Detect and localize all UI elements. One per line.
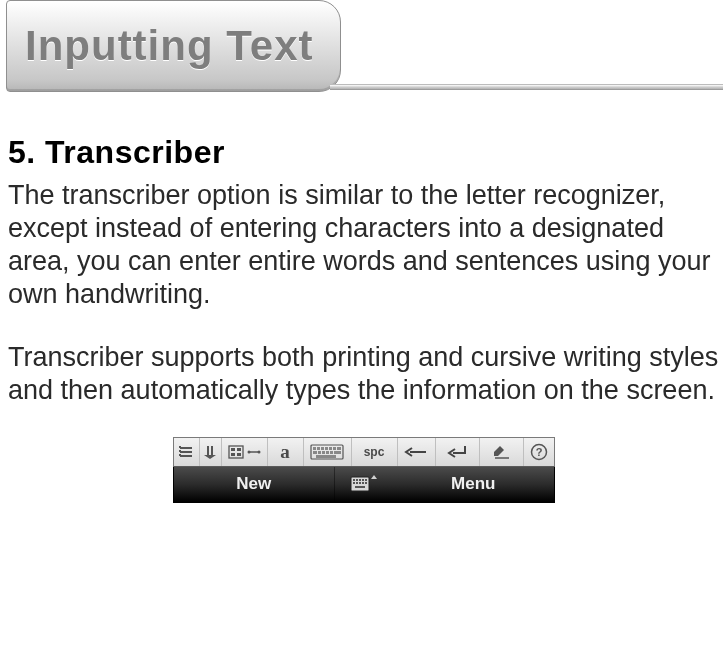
svg-rect-6 xyxy=(207,446,209,455)
transcriber-toolbar-figure: a xyxy=(173,437,555,503)
recognition-mode-label: a xyxy=(280,441,290,463)
writing-direction-icon xyxy=(204,445,216,459)
svg-point-15 xyxy=(258,450,261,453)
svg-rect-10 xyxy=(237,448,241,451)
svg-rect-24 xyxy=(313,451,317,454)
svg-rect-27 xyxy=(326,451,329,454)
svg-rect-28 xyxy=(330,451,333,454)
svg-rect-41 xyxy=(353,482,355,484)
letter-shapes-button[interactable] xyxy=(222,438,268,466)
softkey-menu-label: Menu xyxy=(451,474,495,494)
softkey-new-label: New xyxy=(236,474,271,494)
softkey-menu[interactable]: Menu xyxy=(393,467,554,502)
help-icon: ? xyxy=(530,443,548,461)
svg-rect-18 xyxy=(317,447,320,450)
svg-rect-17 xyxy=(313,447,316,450)
svg-text:?: ? xyxy=(535,446,542,458)
svg-rect-40 xyxy=(365,479,367,481)
letter-shapes-icon xyxy=(227,444,261,460)
document-page: { "header": { "chapter_title": "Inputtin… xyxy=(0,0,725,651)
options-button[interactable] xyxy=(174,438,200,466)
svg-point-14 xyxy=(248,450,251,453)
softkey-bar: New xyxy=(173,467,555,503)
writing-direction-button[interactable] xyxy=(200,438,222,466)
svg-rect-25 xyxy=(318,451,321,454)
svg-rect-9 xyxy=(231,448,235,451)
chapter-title: Inputting Text xyxy=(25,25,314,67)
correction-icon xyxy=(492,445,510,459)
svg-rect-19 xyxy=(321,447,324,450)
chapter-tab: Inputting Text xyxy=(0,0,725,96)
help-button[interactable]: ? xyxy=(524,438,554,466)
keyboard-icon xyxy=(310,444,344,460)
backspace-button[interactable] xyxy=(398,438,436,466)
correction-button[interactable] xyxy=(480,438,524,466)
section-body: 5. Transcriber The transcriber option is… xyxy=(0,96,725,503)
chapter-tab-box: Inputting Text xyxy=(6,0,341,92)
svg-rect-23 xyxy=(337,447,341,450)
svg-rect-3 xyxy=(179,446,181,448)
svg-rect-36 xyxy=(353,479,355,481)
svg-rect-21 xyxy=(329,447,332,450)
svg-rect-22 xyxy=(333,447,336,450)
svg-rect-30 xyxy=(316,455,336,458)
svg-rect-45 xyxy=(365,482,367,484)
sip-toggle[interactable] xyxy=(335,467,393,502)
svg-rect-29 xyxy=(334,451,341,454)
svg-rect-39 xyxy=(362,479,364,481)
svg-rect-7 xyxy=(211,446,213,455)
enter-icon xyxy=(445,444,469,460)
svg-rect-44 xyxy=(362,482,364,484)
options-icon xyxy=(179,445,193,459)
softkey-new[interactable]: New xyxy=(174,467,336,502)
enter-button[interactable] xyxy=(436,438,480,466)
svg-rect-2 xyxy=(180,455,192,457)
space-button[interactable]: spc xyxy=(352,438,398,466)
svg-rect-11 xyxy=(231,453,235,456)
svg-rect-38 xyxy=(359,479,361,481)
svg-rect-26 xyxy=(322,451,325,454)
backspace-icon xyxy=(404,446,428,458)
section-heading: 5. Transcriber xyxy=(8,134,719,171)
svg-rect-5 xyxy=(179,454,181,456)
transcriber-toolbar: a xyxy=(173,437,555,467)
svg-rect-43 xyxy=(359,482,361,484)
svg-rect-20 xyxy=(325,447,328,450)
section-paragraph-2: Transcriber supports both printing and c… xyxy=(8,341,719,407)
svg-rect-0 xyxy=(180,447,192,449)
svg-rect-8 xyxy=(229,446,243,458)
space-label: spc xyxy=(364,445,385,459)
svg-rect-4 xyxy=(179,450,181,452)
section-paragraph-1: The transcriber option is similar to the… xyxy=(8,179,719,311)
keyboard-button[interactable] xyxy=(304,438,352,466)
svg-rect-42 xyxy=(356,482,358,484)
svg-rect-46 xyxy=(355,486,365,488)
sip-icon xyxy=(350,472,378,496)
svg-rect-37 xyxy=(356,479,358,481)
recognition-mode-button[interactable]: a xyxy=(268,438,304,466)
svg-rect-12 xyxy=(237,453,241,456)
svg-rect-1 xyxy=(180,451,192,453)
chapter-underline xyxy=(330,84,723,90)
